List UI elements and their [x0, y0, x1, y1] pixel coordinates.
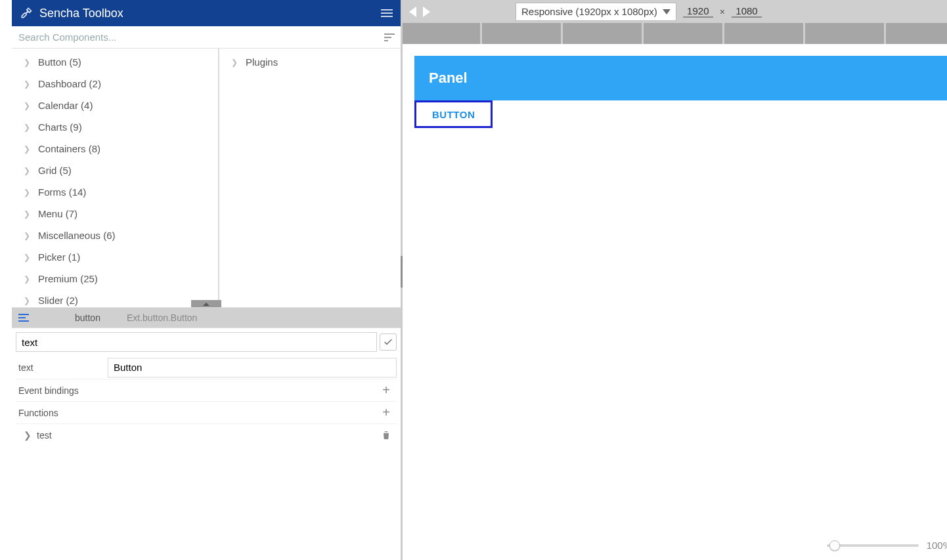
section-label: Event bindings: [18, 385, 79, 396]
tree-item[interactable]: ❯Containers (8): [12, 138, 218, 160]
chevron-right-icon: ❯: [24, 188, 34, 197]
tree-item[interactable]: ❯Grid (5): [12, 160, 218, 181]
preview-tab[interactable]: [805, 23, 884, 44]
preview-toolbar: Responsive (1920px x 1080px) ×: [403, 0, 947, 23]
chevron-down-icon: [663, 9, 671, 14]
section-label: Functions: [18, 408, 58, 418]
function-item-label: test: [37, 430, 52, 441]
tree-item[interactable]: ❯Dashboard (2): [12, 73, 218, 95]
panel-title: Panel: [429, 70, 468, 87]
tree-item[interactable]: ❯Plugins: [219, 51, 401, 73]
property-filter-input[interactable]: [16, 332, 377, 352]
chevron-right-icon: ❯: [24, 231, 34, 240]
tree-item[interactable]: ❯Calendar (4): [12, 95, 218, 116]
tree-item-label: Forms (14): [38, 186, 86, 198]
tree-item[interactable]: ❯Charts (9): [12, 116, 218, 138]
chevron-right-icon: ❯: [24, 166, 34, 175]
tree-item-label: Calendar (4): [38, 100, 93, 111]
tree-item[interactable]: ❯Slider (2): [12, 290, 218, 307]
tree-item[interactable]: ❯Premium (25): [12, 268, 218, 290]
tree-item-label: Charts (9): [38, 121, 82, 133]
tree-collapse-handle[interactable]: [191, 300, 221, 308]
tree-item-label: Grid (5): [38, 165, 72, 176]
search-input[interactable]: [12, 28, 378, 47]
delete-function-button[interactable]: [381, 429, 397, 441]
button-component[interactable]: BUTTON: [414, 100, 493, 128]
panel-body[interactable]: BUTTON: [414, 100, 947, 128]
preview-tabstrip: [403, 23, 947, 44]
chevron-right-icon: ❯: [24, 144, 34, 154]
nav-forward-button[interactable]: [423, 7, 430, 17]
chevron-right-icon: ❯: [231, 58, 242, 67]
tools-icon: [20, 7, 33, 20]
tree-item[interactable]: ❯Forms (14): [12, 181, 218, 203]
tree-item[interactable]: ❯Button (5): [12, 51, 218, 73]
preview-tab[interactable]: [482, 23, 561, 44]
property-menu-icon[interactable]: [18, 314, 35, 322]
component-tree-left[interactable]: ❯Button (5) ❯Dashboard (2) ❯Calendar (4)…: [12, 49, 219, 307]
tree-item-label: Plugins: [246, 56, 278, 68]
property-row: text: [16, 356, 397, 379]
tree-item[interactable]: ❯Picker (1): [12, 246, 218, 268]
function-item[interactable]: ❯ test: [16, 424, 397, 446]
panel-header[interactable]: Panel: [414, 56, 947, 100]
toolbox-title: Sencha Toolbox: [39, 7, 123, 20]
preview-tab[interactable]: [563, 23, 642, 44]
component-tree-right[interactable]: ❯Plugins: [219, 49, 401, 307]
zoom-thumb[interactable]: [829, 540, 840, 551]
property-label: text: [16, 362, 108, 373]
zoom-label: 100%: [927, 540, 947, 551]
dimension-separator: ×: [720, 7, 725, 17]
design-canvas[interactable]: Panel BUTTON 100%: [403, 44, 947, 560]
add-function-button[interactable]: +: [378, 405, 394, 420]
tree-item-label: Miscellaneous (6): [38, 230, 116, 241]
toolbox-panel: Sencha Toolbox ❯Button (5) ❯Dashboard (2…: [0, 0, 403, 560]
tree-item-label: Containers (8): [38, 143, 100, 154]
functions-section[interactable]: Functions +: [16, 402, 397, 424]
toolbox-titlebar: Sencha Toolbox: [12, 0, 401, 26]
event-bindings-section[interactable]: Event bindings +: [16, 379, 397, 402]
nav-back-button[interactable]: [409, 7, 416, 17]
chevron-right-icon: ❯: [24, 79, 34, 89]
tree-item-label: Button (5): [38, 56, 81, 68]
menu-icon[interactable]: [381, 9, 393, 17]
sort-icon[interactable]: [378, 26, 401, 49]
preview-tab[interactable]: [886, 23, 947, 44]
preview-tab[interactable]: [724, 23, 803, 44]
tree-item[interactable]: ❯Miscellaneous (6): [12, 225, 218, 246]
tree-item-label: Slider (2): [38, 295, 78, 306]
chevron-right-icon: ❯: [24, 209, 34, 219]
chevron-right-icon: ❯: [24, 274, 34, 284]
chevron-right-icon: ❯: [24, 296, 34, 305]
chevron-right-icon: ❯: [24, 430, 34, 441]
property-xtype: button: [75, 312, 100, 323]
tree-item-label: Menu (7): [38, 208, 77, 219]
tree-item-label: Dashboard (2): [38, 78, 101, 89]
panel-component[interactable]: Panel BUTTON: [414, 56, 947, 128]
zoom-slider[interactable]: [827, 544, 919, 547]
tree-item[interactable]: ❯Menu (7): [12, 203, 218, 225]
chevron-right-icon: ❯: [24, 58, 34, 67]
chevron-right-icon: ❯: [24, 253, 34, 262]
preview-width-input[interactable]: [683, 5, 713, 18]
add-event-button[interactable]: +: [378, 383, 394, 398]
chevron-right-icon: ❯: [24, 101, 34, 110]
preview-height-input[interactable]: [732, 5, 762, 18]
property-filter-toggle[interactable]: [380, 334, 397, 351]
search-row: [12, 26, 401, 49]
chevron-right-icon: ❯: [24, 123, 34, 132]
property-classname: Ext.button.Button: [127, 312, 197, 323]
tree-item-label: Picker (1): [38, 251, 80, 263]
preview-tab[interactable]: [403, 23, 480, 44]
preview-tab[interactable]: [644, 23, 722, 44]
zoom-control: 100%: [827, 540, 947, 551]
property-value-input[interactable]: [108, 358, 397, 377]
property-body: text Event bindings + Functions + ❯ test: [12, 328, 401, 450]
tree-item-label: Premium (25): [38, 273, 98, 284]
property-header: button Ext.button.Button: [12, 308, 401, 328]
device-label: Responsive (1920px x 1080px): [521, 6, 657, 17]
device-selector[interactable]: Responsive (1920px x 1080px): [516, 3, 676, 21]
preview-panel: Responsive (1920px x 1080px) × Panel BUT…: [403, 0, 947, 560]
component-tree: ❯Button (5) ❯Dashboard (2) ❯Calendar (4)…: [12, 49, 401, 308]
